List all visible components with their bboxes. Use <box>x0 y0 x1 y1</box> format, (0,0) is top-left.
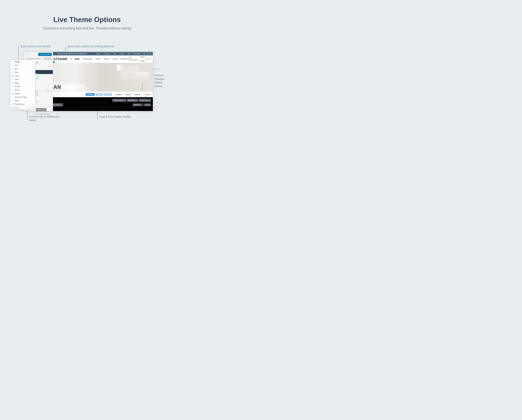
cart-link[interactable]: CART / £0.00 0 <box>140 56 151 62</box>
close-customizer-button[interactable]: ✕ <box>24 52 29 56</box>
drop-zone[interactable] <box>68 108 109 111</box>
close-button[interactable]: Close <box>143 93 151 96</box>
chevron-down-icon: ⌄ <box>80 58 81 60</box>
device-tab[interactable]: Tablet <box>95 93 103 96</box>
option-icon: 🗂 <box>12 86 14 87</box>
option-icon: ▦ <box>12 75 14 77</box>
nav-item[interactable]: FEATURES⌄ <box>83 58 93 60</box>
option-row[interactable]: ▦Layout› <box>10 74 35 78</box>
drop-zone[interactable] <box>59 99 107 102</box>
gear-icon: ⚙ <box>136 100 137 101</box>
device-tab[interactable]: Mobile <box>104 93 112 96</box>
device-preview-icon[interactable]: ⬚ <box>31 107 32 109</box>
chevron-right-icon: › <box>33 68 34 70</box>
chevron-right-icon: › <box>33 82 34 84</box>
account-link[interactable]: MY ACCOUNT <box>129 57 138 61</box>
social-icon[interactable]: f <box>142 53 143 55</box>
option-icon: ⚙ <box>12 103 14 105</box>
select-color-button[interactable]: Select Color <box>36 108 46 111</box>
toolbar-button[interactable]: Presets <box>115 93 123 96</box>
chevron-down-icon: ⌄ <box>92 58 93 60</box>
chevron-right-icon: › <box>33 100 34 101</box>
bg-image-label: BACKGROUND IMAGE <box>24 112 53 116</box>
collapse-button[interactable]: Collapse <box>14 107 19 109</box>
topbar-link[interactable]: Contact <box>118 53 124 54</box>
topbar-link[interactable]: Our Stores <box>102 53 110 54</box>
mail-icon: ✉ <box>132 53 133 54</box>
hero-title: Live Theme Options <box>0 0 174 24</box>
svg-point-1 <box>70 58 72 59</box>
option-row[interactable]: ≡Menus› <box>10 88 35 92</box>
save-publish-button[interactable]: Save & Publish <box>38 53 52 56</box>
option-row[interactable]: 🗎Pages› <box>10 81 35 85</box>
social-icon[interactable]: ◐ <box>147 53 149 55</box>
header-element-chip[interactable]: Newsletter⚙ <box>127 99 138 102</box>
callout-preview-changes: Preview Changes without Saving <box>154 74 167 88</box>
nav-item[interactable]: BLOG <box>113 58 118 60</box>
chevron-down-icon: ⌄ <box>110 58 111 60</box>
nav-item[interactable]: SHOP⌄ <box>95 58 101 60</box>
social-icon[interactable]: ◉ <box>144 53 145 55</box>
chevron-right-icon: › <box>33 89 34 91</box>
reset-button[interactable]: ↻ Reset <box>44 57 51 60</box>
hero-subtitle: Customize everything fast and live. Prev… <box>0 26 174 30</box>
option-row[interactable]: ↗Share› <box>10 99 35 102</box>
option-row[interactable]: 🗂Portfolio› <box>10 85 35 88</box>
nav-item[interactable]: PAGES⌄ <box>104 58 111 60</box>
divider-chip[interactable] <box>143 103 144 107</box>
breadcrumb[interactable]: Customizing ▸ Header <box>26 58 41 60</box>
drop-zone[interactable] <box>110 108 151 111</box>
chevron-right-icon: › <box>33 65 34 66</box>
chevron-right-icon: › <box>33 79 34 80</box>
chevron-down-icon: ⌄ <box>100 58 101 60</box>
toolbar-button[interactable]: Tutorial <box>124 93 132 96</box>
social-icon[interactable]: G+ <box>150 53 152 55</box>
option-icon: ✎ <box>12 64 14 66</box>
options-panel: ↑Header›✎Style›✎Blog›🛒Shop›▦Layout›↓Foot… <box>10 60 35 109</box>
option-icon: ↗ <box>12 100 14 101</box>
option-icon: ⌂ <box>12 96 14 98</box>
header-element-chip[interactable]: Social Icons⚙ <box>139 99 151 102</box>
nav-item[interactable]: HOME⌄ <box>74 58 81 60</box>
device-preview-icon[interactable]: ▯ <box>33 107 34 109</box>
option-row[interactable]: ↑Header› <box>10 60 35 63</box>
search-icon[interactable] <box>70 58 72 61</box>
option-icon: ✎ <box>12 68 14 70</box>
option-row[interactable]: ⚙Reset Options› <box>10 102 35 106</box>
topbar-link[interactable]: FAQ <box>126 53 130 54</box>
nav-item[interactable]: ELEMENTS <box>120 58 129 60</box>
option-icon: ↓ <box>12 78 14 80</box>
option-icon: 🗎 <box>12 82 14 84</box>
option-icon: ▦ <box>12 93 14 94</box>
option-icon: ≡ <box>12 89 14 91</box>
option-row[interactable]: ↓Footer› <box>10 78 35 81</box>
device-tab[interactable]: Desktop <box>85 93 95 96</box>
header-element-chip[interactable]: Main Menu⚙ <box>51 103 63 107</box>
topbar-link[interactable]: Blog <box>112 53 116 54</box>
option-row[interactable]: ✎Style› <box>10 63 35 67</box>
or-label: OR <box>36 101 38 102</box>
callout-quick-open: Quick open options by hovering elements <box>68 45 117 48</box>
option-icon: 🛒 <box>12 71 14 73</box>
gear-icon: ⚙ <box>61 104 62 106</box>
chevron-right-icon: › <box>33 86 34 87</box>
social-icon[interactable]: y <box>146 53 147 55</box>
device-preview-icon[interactable]: 🖥 <box>28 107 30 109</box>
drop-zone[interactable] <box>81 103 127 107</box>
option-row[interactable]: ⌂Static Front Page› <box>10 95 35 99</box>
option-row[interactable]: ✎Blog› <box>10 67 35 71</box>
callout-drag-drop: Drag & Drop Header Builder <box>99 115 133 118</box>
gear-icon: ⚙ <box>149 100 150 101</box>
option-row[interactable]: 🛒Shop› <box>10 71 35 74</box>
reset-icon[interactable]: ↻ <box>50 90 51 91</box>
collapse-icon[interactable]: ◀ <box>12 107 13 109</box>
callout-quick-access: Quick access to all options <box>21 45 53 48</box>
chevron-right-icon: › <box>33 75 34 77</box>
newsletter-link[interactable]: ✉Newsletter <box>132 53 141 54</box>
option-row[interactable]: ▦Widgets› <box>10 92 35 95</box>
toolbar-button[interactable]: Clear All <box>133 93 142 96</box>
header-element-chip[interactable]: Cart⚙ <box>144 103 151 106</box>
header-element-chip[interactable]: Account⚙ <box>133 103 142 106</box>
header-element-chip[interactable]: Top Bar Menu⚙ <box>112 99 126 102</box>
topbar-link[interactable]: About <box>95 53 100 54</box>
